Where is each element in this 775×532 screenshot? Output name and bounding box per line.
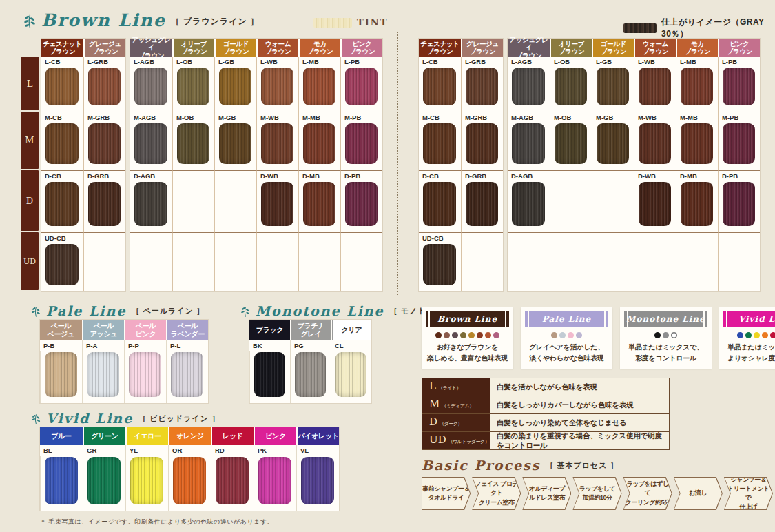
color-code: M-AGB (511, 114, 546, 123)
color-code: L-PB (344, 58, 378, 68)
column-header-line1: ウォーム (643, 40, 668, 48)
color-cell: L-PB (340, 57, 382, 112)
column-header-line1: ピンク (352, 40, 371, 48)
column-header-line1: アッシュグレイ (508, 36, 550, 52)
column-header-line1: クリア (342, 326, 362, 334)
color-dot (468, 332, 475, 338)
column-header: ウォームブラウン (256, 39, 298, 57)
process-step: 事前シャンプー＆ タオルドライ (422, 477, 471, 510)
color-cell: D-GRB (461, 170, 503, 232)
process-step-label: オルディーブ ルドレス塗布 (523, 478, 570, 509)
brown-line-title-text: Brown Line (41, 12, 166, 29)
color-swatch (423, 182, 456, 226)
grid-panel: チェスナットブラウングレージュブラウンL-CBL-GRBM-CBM-GRBD-C… (41, 39, 125, 291)
pale-line-title-text: Pale Line (46, 305, 127, 318)
column-header-line1: プラチナ (298, 322, 325, 330)
color-swatch (219, 68, 251, 105)
color-code: M-GRB (465, 114, 499, 123)
column-header-line2: ブラウン (349, 48, 375, 55)
column-header-line1: ペール (94, 322, 114, 330)
basic-process-title: Basic Process ［ 基本プロセス ］ (422, 459, 619, 472)
color-swatch (261, 182, 293, 226)
pale-line-panel: ペールベージュペールアッシュペールピンクペールラベンダーP-BP-AP-PP-L (40, 320, 208, 403)
column-header-line2: グレイ (301, 330, 322, 338)
line-summary-cards: Brown Lineお好きなブラウンを 楽しめる、豊富な色味表現Pale Lin… (422, 307, 775, 369)
color-cell (172, 232, 214, 291)
column-header-line1: ブルー (51, 432, 72, 440)
column-header: グレージュブラウン (83, 39, 125, 57)
color-swatch (423, 244, 456, 285)
column-header-line1: ペール (51, 322, 72, 330)
color-swatch (258, 457, 291, 504)
color-code: YL (125, 445, 168, 456)
column-header-line1: グレージュ (89, 40, 121, 48)
color-dot (559, 332, 566, 338)
color-code: M-WB (638, 114, 672, 123)
color-code: D-CB (45, 172, 79, 182)
color-dot (737, 332, 743, 338)
color-cell: D-PB (340, 170, 382, 232)
color-code: M-AGB (134, 114, 168, 123)
color-cell: L-CB (419, 57, 461, 112)
column-header: ピンク (254, 427, 296, 445)
color-swatch (177, 68, 209, 105)
color-code: L-MB (302, 58, 336, 68)
color-swatch (303, 68, 335, 105)
column-header-line1: グリーン (91, 432, 118, 440)
column-header-line1: チェスナット (43, 40, 82, 48)
column-header: モカブラウン (676, 39, 718, 57)
column-header: ゴールドブラウン (592, 39, 634, 57)
grid-panel: アッシュグレイブラウンオリーブブラウンゴールドブラウンウォームブラウンモカブラウ… (130, 39, 382, 291)
color-swatch (345, 182, 378, 226)
color-cell: D-CB (41, 170, 83, 232)
color-cell: D-PB (718, 170, 760, 232)
column-header: オリーブブラウン (550, 39, 592, 57)
tint-label: TINT (357, 17, 388, 28)
card-band: Monotone Line (624, 311, 707, 327)
process-step: ラップをはずして クーリング約5分 (623, 477, 672, 510)
column-header: オレンジ (168, 427, 211, 445)
color-swatch (45, 182, 79, 226)
color-dot (754, 332, 760, 338)
column-header-line1: モカ (313, 40, 327, 48)
color-code: P-L (166, 340, 208, 351)
legend-kana: （ミディアム） (442, 402, 473, 409)
color-cell (130, 232, 172, 291)
column-header-line2: ブラウン (223, 48, 249, 55)
column-header: クリア (331, 320, 371, 340)
color-swatch (723, 182, 755, 226)
column-header: オリーブブラウン (172, 39, 214, 57)
color-swatch (345, 68, 378, 105)
legend-letter: UD (429, 435, 446, 445)
color-cell: L-MB (676, 57, 718, 112)
legend-key: L（ライト） (422, 378, 490, 396)
color-cell (592, 170, 634, 232)
process-step: シャンプー＆ トリートメントで 仕上げ (724, 477, 773, 510)
color-dot (654, 332, 661, 338)
color-code: L-OB (176, 58, 210, 68)
legend-description: 白髪の染まりを重視する場合、ミックス使用で明度をコントロール (490, 432, 669, 449)
color-code: CL (331, 340, 371, 351)
finish-legend: 仕上がりイメージ（GRAY 30％） (623, 17, 775, 40)
basic-process-title-jp: ［ 基本プロセス ］ (546, 460, 619, 472)
color-cell: M-PB (718, 112, 760, 170)
color-swatch (301, 457, 334, 504)
row-label: L (21, 57, 39, 110)
color-dot (551, 332, 557, 338)
column-header-line2: ブラウン (470, 48, 496, 55)
color-dot (745, 332, 752, 338)
vivid-line-title-jp: ［ ビビッドライン ］ (138, 413, 220, 425)
monotone-line-panel: ブラックプラチナグレイクリアBKPGCL (249, 320, 371, 403)
color-dot (493, 332, 499, 338)
finish-swatch (623, 23, 657, 33)
color-code: M-WB (260, 114, 294, 123)
color-swatch (45, 68, 79, 105)
color-code: L-AGB (134, 58, 168, 68)
color-cell (40, 456, 83, 511)
column-header: ゴールドブラウン (214, 39, 256, 57)
basic-process-title-text: Basic Process (422, 459, 541, 472)
color-code: L-GB (218, 58, 252, 68)
color-swatch (45, 352, 77, 397)
color-cell (168, 456, 211, 511)
column-header-line2: ブラウン (181, 48, 207, 55)
